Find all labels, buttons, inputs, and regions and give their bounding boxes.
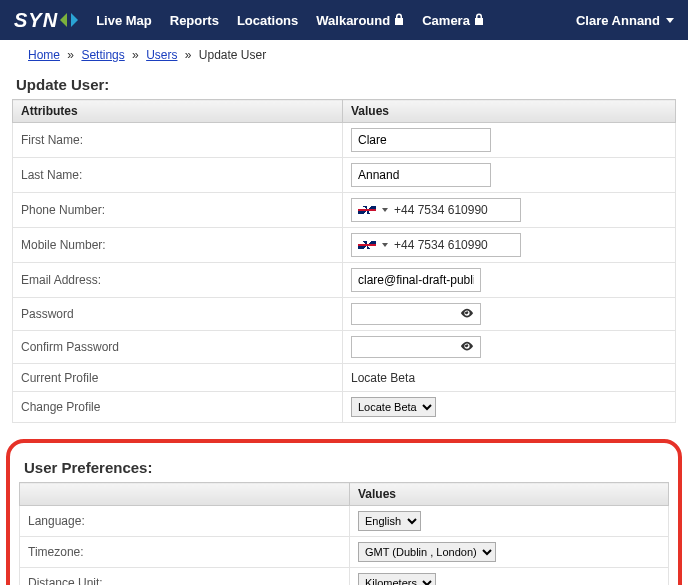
nav-live-map-label: Live Map [96,13,152,28]
flag-uk-icon [358,239,376,251]
table-row: Change Profile Locate Beta [13,392,676,423]
table-row: Password [13,298,676,331]
timezone-select[interactable]: GMT (Dublin , London) [358,542,496,562]
eye-icon[interactable] [460,339,474,356]
confirm-password-input[interactable] [351,336,481,358]
table-row: Phone Number: +44 7534 610990 [13,193,676,228]
table-row: Mobile Number: +44 7534 610990 [13,228,676,263]
top-bar: SYN Live Map Reports Locations Walkaroun… [0,0,688,40]
nav-reports-label: Reports [170,13,219,28]
chevron-down-icon [666,18,674,23]
table-row: Confirm Password [13,331,676,364]
nav-reports[interactable]: Reports [170,13,219,28]
mobile-label: Mobile Number: [13,228,343,263]
table-row: Email Address: [13,263,676,298]
password-label: Password [13,298,343,331]
last-name-label: Last Name: [13,158,343,193]
user-preferences-heading: User Preferences: [14,451,674,482]
col-attributes: Attributes [13,100,343,123]
main-nav: Live Map Reports Locations Walkaround Ca… [96,13,576,28]
change-profile-select[interactable]: Locate Beta [351,397,436,417]
breadcrumb-home[interactable]: Home [28,48,60,62]
breadcrumb-current: Update User [199,48,266,62]
user-preferences-table: Values Language: English Timezone: GMT (… [19,482,669,585]
table-row: Timezone: GMT (Dublin , London) [20,537,669,568]
brand-accent-icon [60,9,78,32]
brand-text: SYN [14,9,58,32]
breadcrumb-sep: » [185,48,192,62]
distance-label: Distance Unit: [20,568,350,586]
nav-walkaround-label: Walkaround [316,13,390,28]
table-header-row: Values [20,483,669,506]
update-user-heading: Update User: [0,68,688,99]
svg-marker-0 [60,13,67,27]
nav-walkaround[interactable]: Walkaround [316,13,404,28]
table-row: Current Profile Locate Beta [13,364,676,392]
user-menu-label: Clare Annand [576,13,660,28]
breadcrumb-settings[interactable]: Settings [81,48,124,62]
language-select[interactable]: English [358,511,421,531]
chevron-down-icon [382,208,388,212]
nav-camera-label: Camera [422,13,470,28]
table-row: Language: English [20,506,669,537]
nav-camera[interactable]: Camera [422,13,484,28]
change-profile-label: Change Profile [13,392,343,423]
table-row: First Name: [13,123,676,158]
chevron-down-icon [382,243,388,247]
eye-icon[interactable] [460,306,474,323]
timezone-label: Timezone: [20,537,350,568]
last-name-input[interactable] [351,163,491,187]
current-profile-value: Locate Beta [343,364,676,392]
user-preferences-highlight: User Preferences: Values Language: Engli… [6,439,682,585]
lock-icon [394,13,404,28]
email-input[interactable] [351,268,481,292]
nav-locations-label: Locations [237,13,298,28]
first-name-input[interactable] [351,128,491,152]
table-row: Last Name: [13,158,676,193]
phone-input[interactable]: +44 7534 610990 [351,198,521,222]
table-header-row: Attributes Values [13,100,676,123]
breadcrumb-users[interactable]: Users [146,48,177,62]
password-input[interactable] [351,303,481,325]
brand-logo: SYN [14,9,78,32]
col-values-prefs: Values [350,483,669,506]
nav-live-map[interactable]: Live Map [96,13,152,28]
first-name-label: First Name: [13,123,343,158]
user-attributes-table: Attributes Values First Name: Last Name:… [12,99,676,423]
col-values: Values [343,100,676,123]
breadcrumb: Home » Settings » Users » Update User [0,40,688,68]
language-label: Language: [20,506,350,537]
col-attributes-prefs [20,483,350,506]
phone-label: Phone Number: [13,193,343,228]
email-label: Email Address: [13,263,343,298]
table-row: Distance Unit: Kilometers [20,568,669,586]
mobile-input[interactable]: +44 7534 610990 [351,233,521,257]
user-menu[interactable]: Clare Annand [576,13,674,28]
confirm-password-label: Confirm Password [13,331,343,364]
mobile-value: +44 7534 610990 [394,238,488,252]
phone-value: +44 7534 610990 [394,203,488,217]
breadcrumb-sep: » [132,48,139,62]
current-profile-label: Current Profile [13,364,343,392]
nav-locations[interactable]: Locations [237,13,298,28]
breadcrumb-sep: » [67,48,74,62]
distance-select[interactable]: Kilometers [358,573,436,585]
flag-uk-icon [358,204,376,216]
lock-icon [474,13,484,28]
svg-marker-1 [71,13,78,27]
